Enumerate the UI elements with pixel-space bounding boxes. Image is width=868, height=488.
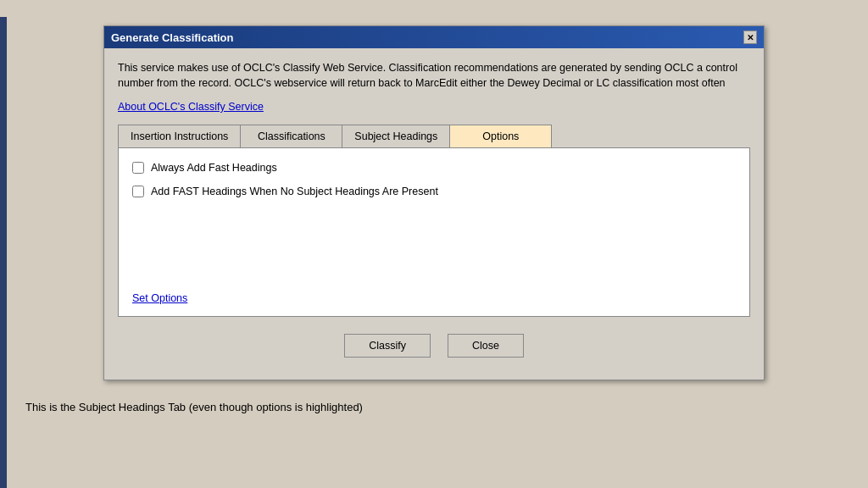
generate-classification-dialog: Generate Classification ✕ This service m… — [103, 25, 765, 380]
oclc-link[interactable]: About OCLC's Classify Service — [118, 101, 750, 113]
left-accent — [0, 17, 7, 488]
set-options-link[interactable]: Set Options — [132, 292, 187, 304]
add-fast-when-no-subject-checkbox[interactable] — [132, 186, 144, 197]
dialog-body: This service makes use of OCLC's Classif… — [104, 48, 764, 380]
classify-button[interactable]: Classify — [344, 334, 431, 358]
tab-options[interactable]: Options — [450, 125, 552, 147]
page-caption: This is the Subject Headings Tab (even t… — [25, 401, 363, 413]
dialog-titlebar: Generate Classification ✕ — [104, 26, 764, 48]
add-fast-when-no-subject-row: Add FAST Headings When No Subject Headin… — [132, 186, 736, 197]
always-add-fast-headings-label: Always Add Fast Headings — [151, 162, 277, 174]
page-wrapper: Generate Classification ✕ This service m… — [0, 17, 868, 488]
always-add-fast-headings-row: Always Add Fast Headings — [132, 162, 736, 174]
tab-insertion-instructions[interactable]: Insertion Instructions — [118, 125, 241, 147]
dialog-title: Generate Classification — [111, 31, 234, 44]
always-add-fast-headings-checkbox[interactable] — [132, 162, 144, 174]
close-button[interactable]: Close — [448, 334, 524, 358]
tab-subject-headings[interactable]: Subject Headings — [342, 125, 450, 147]
options-tab-panel: Always Add Fast Headings Add FAST Headin… — [118, 147, 750, 317]
dialog-buttons-row: Classify Close — [118, 334, 750, 358]
dialog-close-button[interactable]: ✕ — [743, 30, 757, 44]
tab-classifications[interactable]: Classifications — [241, 125, 342, 147]
close-icon: ✕ — [747, 33, 754, 42]
dialog-description: This service makes use of OCLC's Classif… — [118, 60, 750, 91]
tabs-row: Insertion Instructions Classifications S… — [118, 125, 750, 147]
add-fast-when-no-subject-label: Add FAST Headings When No Subject Headin… — [151, 186, 438, 197]
